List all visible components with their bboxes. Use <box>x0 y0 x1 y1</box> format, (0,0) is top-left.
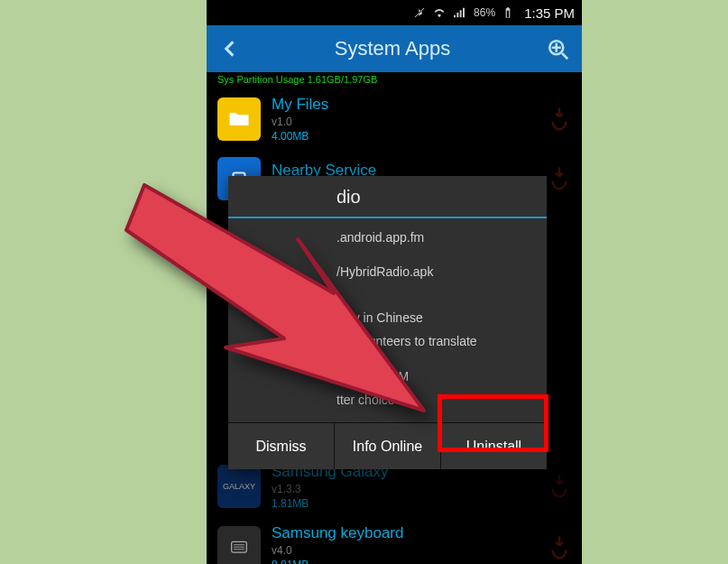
dialog-note: only in Chinese <box>336 308 534 328</box>
dialog-body: .android.app.fm /HybridRadio.apk only in… <box>228 218 547 422</box>
title-bar: System Apps <box>207 25 582 72</box>
dialog-apk-path: /HybridRadio.apk <box>336 262 534 282</box>
app-row-keyboard[interactable]: Samsung keyboard v4.0 8.81MB <box>207 517 582 564</box>
dialog-button-row: Dismiss Info Online Uninstall <box>228 422 547 469</box>
app-size: 8.81MB <box>272 559 403 564</box>
app-version: v4.0 <box>272 544 403 557</box>
search-button[interactable] <box>540 32 575 66</box>
dialog-note: current ROM <box>336 366 534 386</box>
tap-gesture-icon <box>546 106 573 133</box>
tap-gesture-icon <box>546 534 573 561</box>
info-online-button[interactable]: Info Online <box>334 422 440 469</box>
galaxy-icon: GALAXY <box>217 465 261 508</box>
battery-icon <box>501 5 515 20</box>
battery-percent: 86% <box>474 6 495 19</box>
app-name: Samsung keyboard <box>272 524 403 542</box>
wifi-icon <box>432 5 447 20</box>
page-title: System Apps <box>244 37 540 60</box>
status-bar: 86% 1:35 PM <box>207 0 582 25</box>
app-name: My Files <box>272 96 328 114</box>
app-row-myfiles[interactable]: My Files v1.0 4.00MB <box>207 88 582 150</box>
keyboard-icon <box>217 526 261 564</box>
clock: 1:35 PM <box>524 5 575 21</box>
back-button[interactable] <box>214 33 244 64</box>
mute-icon <box>412 5 427 20</box>
app-size: 4.00MB <box>272 130 328 143</box>
tap-gesture-icon <box>546 165 573 192</box>
app-version: v1.0 <box>272 116 328 128</box>
dialog-note: tter choice <box>336 390 534 410</box>
uninstall-button[interactable]: Uninstall <box>440 422 547 469</box>
folder-icon <box>217 97 261 141</box>
tap-gesture-icon <box>546 473 573 500</box>
app-size: 1.81MB <box>272 497 388 510</box>
dialog-title: dio <box>228 176 547 218</box>
dialog-note: or Volunteers to translate <box>336 331 534 351</box>
app-version: v1.3.3 <box>272 483 388 495</box>
partition-usage: Sys Partition Usage 1.61GB/1.97GB <box>207 72 582 88</box>
signal-icon <box>452 5 466 20</box>
svg-line-1 <box>562 53 567 59</box>
dialog-package: .android.app.fm <box>336 227 534 247</box>
app-info-dialog: dio .android.app.fm /HybridRadio.apk onl… <box>228 176 547 469</box>
dismiss-button[interactable]: Dismiss <box>228 422 334 469</box>
